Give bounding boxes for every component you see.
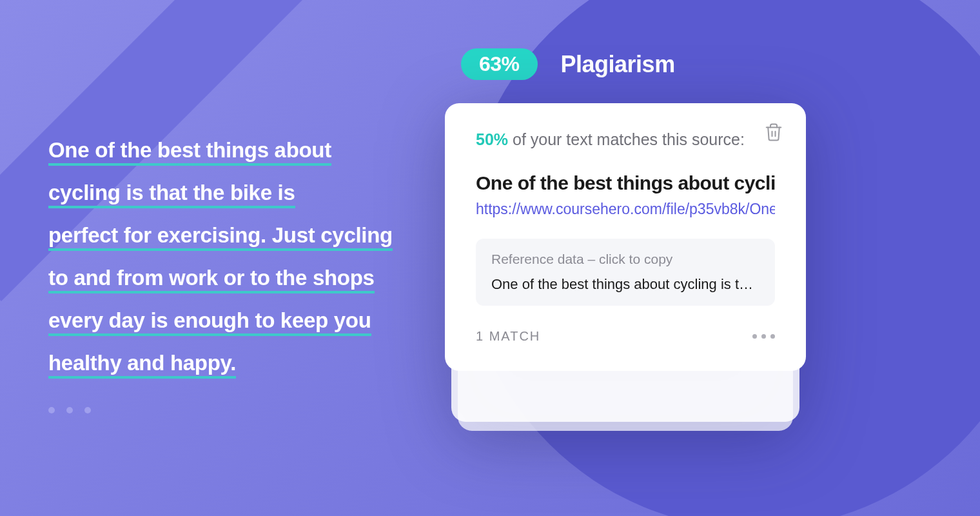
match-count-label: 1 MATCH	[476, 329, 540, 344]
sample-line: healthy and happy.	[48, 351, 236, 379]
more-icon	[752, 334, 757, 339]
match-percent-value: 50%	[476, 130, 508, 148]
reference-copy-box[interactable]: Reference data – click to copy One of th…	[476, 239, 775, 306]
source-match-card: 50% of your text matches this source: On…	[445, 103, 806, 371]
sample-text-pane: One of the best things about cycling is …	[0, 0, 426, 516]
more-icon	[770, 334, 775, 339]
match-summary-text: of your text matches this source:	[508, 130, 745, 148]
sample-line: perfect for exercising. Just cycling	[48, 223, 393, 251]
result-pane: 63% Plagiarism 50% of your text matches …	[426, 0, 980, 516]
result-header: 63% Plagiarism	[445, 48, 980, 80]
reference-preview-text: One of the best things about cycling is …	[491, 276, 760, 293]
source-url-link[interactable]: https://www.coursehero.com/file/p35vb8k/…	[476, 201, 775, 218]
dot	[66, 407, 73, 413]
source-card-stack: 50% of your text matches this source: On…	[445, 103, 806, 371]
match-summary: 50% of your text matches this source:	[476, 130, 775, 149]
dot	[84, 407, 91, 413]
pagination-dots	[48, 407, 413, 413]
delete-button[interactable]	[764, 123, 783, 144]
underlined-sample-text: One of the best things about cycling is …	[48, 129, 413, 384]
reference-label: Reference data – click to copy	[491, 252, 760, 267]
result-title: Plagiarism	[561, 51, 675, 78]
more-icon	[761, 334, 766, 339]
sample-line: every day is enough to keep you	[48, 308, 371, 336]
card-footer: 1 MATCH	[476, 329, 775, 344]
dot	[48, 407, 55, 413]
plagiarism-percent-badge: 63%	[461, 48, 538, 80]
sample-line: cycling is that the bike is	[48, 181, 295, 208]
trash-icon	[764, 123, 783, 142]
more-options-button[interactable]	[752, 334, 775, 339]
sample-line: to and from work or to the shops	[48, 266, 375, 293]
main-container: One of the best things about cycling is …	[0, 0, 980, 516]
source-snippet-title: One of the best things about cycling is	[476, 172, 775, 194]
sample-line: One of the best things about	[48, 138, 331, 166]
